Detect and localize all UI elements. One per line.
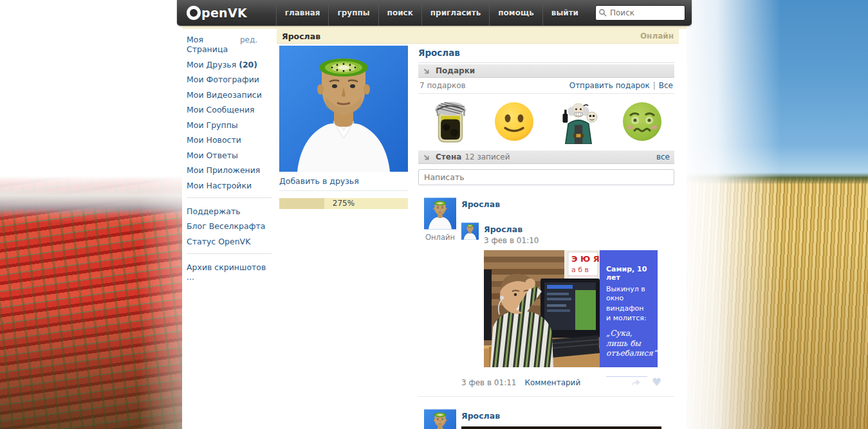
sidebar-item-groups[interactable]: Мои Группы bbox=[187, 120, 238, 130]
friends-count[interactable]: (20) bbox=[239, 60, 257, 69]
online-label: Онлайн bbox=[424, 233, 456, 242]
sidebar-item-answers[interactable]: Мои Ответы bbox=[187, 151, 238, 160]
gifts-title: Подарки bbox=[436, 66, 475, 75]
avatar[interactable] bbox=[424, 409, 456, 429]
online-status-badge: Онлайн bbox=[640, 32, 674, 41]
repost-author-link[interactable]: Ярослав bbox=[484, 224, 522, 234]
search-input[interactable] bbox=[595, 5, 685, 21]
nav-item-logout[interactable]: выйти bbox=[542, 0, 587, 26]
nav-item-search[interactable]: поиск bbox=[378, 0, 421, 26]
sidebar-item-archive[interactable]: Архив скриншотов ... bbox=[187, 262, 272, 282]
caption-line: виндафон bbox=[606, 304, 654, 313]
gift-slightly-smiling-face-icon[interactable] bbox=[491, 99, 537, 144]
sidebar-divider bbox=[187, 253, 272, 254]
profile-left-column: Добавить в друзья 275% bbox=[279, 46, 408, 429]
wall-composer bbox=[418, 169, 674, 185]
content-wrapper: Моя Страница ред. Мои Друзья (20) Мои Фо… bbox=[182, 26, 687, 429]
all-gifts-link[interactable]: Все bbox=[659, 81, 673, 90]
link-separator: | bbox=[653, 81, 656, 90]
send-gift-link[interactable]: Отправить подарок bbox=[569, 81, 650, 90]
caption-line: и молится: bbox=[606, 314, 654, 323]
logo-text: penVK bbox=[201, 6, 247, 20]
nav-item-groups[interactable]: группы bbox=[328, 0, 378, 26]
sidebar-item-blog[interactable]: Блог Веселкрафта bbox=[187, 221, 265, 231]
post-date-link[interactable]: 3 фев в 01:11 bbox=[461, 378, 516, 387]
wall-post-count: 12 записей bbox=[465, 152, 510, 161]
wall-all-link[interactable]: все bbox=[656, 152, 670, 161]
post-footer: 3 фев в 01:11 Комментарий ♥ bbox=[461, 377, 674, 388]
section-arrow-icon bbox=[423, 154, 430, 161]
sidebar-item-my-page[interactable]: Моя Страница bbox=[187, 35, 240, 54]
profile-right-column: Ярослав Подарки 7 подарков Отправить под… bbox=[418, 46, 674, 429]
sidebar-edit-link[interactable]: ред. bbox=[240, 35, 257, 44]
sidebar-item-status[interactable]: Статус OpenVK bbox=[187, 237, 250, 246]
sidebar: Моя Страница ред. Мои Друзья (20) Мои Фо… bbox=[187, 35, 272, 287]
post-author-link[interactable]: Ярослав bbox=[461, 199, 500, 209]
wall-composer-input[interactable] bbox=[418, 169, 674, 185]
page-title: Ярослав bbox=[282, 32, 320, 41]
gift-nauseated-face-icon[interactable] bbox=[619, 99, 665, 144]
logo-o-icon bbox=[187, 6, 201, 20]
sidebar-item-settings[interactable]: Мои Настройки bbox=[187, 181, 252, 190]
rating-value: 275% bbox=[279, 198, 408, 209]
sidebar-item-donate[interactable]: Поддержать bbox=[187, 206, 241, 216]
sidebar-divider bbox=[187, 197, 272, 198]
sidebar-item-messages[interactable]: Мои Сообщения bbox=[187, 105, 255, 114]
profile-name-heading: Ярослав bbox=[418, 46, 674, 63]
repost-block: Ярослав 3 фев в 01:10 bbox=[461, 223, 674, 367]
wheat-field-backdrop bbox=[674, 0, 868, 429]
main-column: Ярослав Онлайн Добавить в друзья 275% Яр… bbox=[273, 29, 682, 429]
avatar[interactable] bbox=[461, 223, 479, 240]
gift-pirate-with-skull-icon[interactable] bbox=[555, 99, 602, 144]
section-arrow-icon bbox=[423, 68, 430, 75]
nav-item-home[interactable]: главная bbox=[276, 0, 329, 26]
repost-date-link[interactable]: 3 фев в 01:10 bbox=[484, 236, 658, 245]
svg-text:а б в: а б в bbox=[571, 266, 589, 274]
photo-caption-panel: Самир, 10 лет Выкинул в окно виндафон и … bbox=[600, 250, 658, 367]
post-author-link[interactable]: Ярослав bbox=[461, 411, 500, 421]
wall-title: Стена bbox=[436, 152, 461, 161]
post-divider bbox=[418, 396, 674, 397]
sidebar-item-apps[interactable]: Мои Приложения bbox=[187, 165, 260, 175]
top-navbar: penVK главная группы поиск пригласить по… bbox=[177, 0, 692, 26]
sidebar-item-news[interactable]: Мои Новости bbox=[187, 135, 241, 145]
caption-line: Выкинул в окно bbox=[606, 285, 654, 303]
profile-photo[interactable] bbox=[279, 46, 408, 172]
svg-text:Э Ю Я: Э Ю Я bbox=[571, 254, 600, 264]
profile-header-bar: Ярослав Онлайн bbox=[277, 29, 679, 44]
boy-at-computer-photo: Э Ю Я а б в bbox=[484, 250, 600, 367]
rating-bar: 275% bbox=[279, 198, 408, 209]
caption-title: Самир, 10 лет bbox=[606, 265, 654, 282]
search-icon bbox=[598, 8, 607, 20]
openvk-profile-page: penVK главная группы поиск пригласить по… bbox=[0, 0, 868, 429]
post-photo-attachment[interactable]: Э Ю Я а б в bbox=[484, 250, 658, 367]
gift-jar-of-pickles-icon[interactable] bbox=[427, 99, 474, 144]
wall-post: Онлайн Ярослав Ярослав 3 фев в 01:10 bbox=[418, 197, 674, 388]
navbar-search bbox=[595, 5, 685, 21]
nav-item-invite[interactable]: пригласить bbox=[421, 0, 490, 26]
gifts-row bbox=[418, 94, 674, 149]
share-icon[interactable] bbox=[630, 378, 642, 387]
gifts-section-bar: Подарки bbox=[418, 64, 674, 78]
caption-quote: „Сука, лишь бы отъебалися“ bbox=[606, 329, 654, 359]
sidebar-item-friends[interactable]: Мои Друзья bbox=[187, 60, 236, 69]
sidebar-item-photos[interactable]: Мои Фотографии bbox=[187, 75, 259, 84]
wall-section-bar: Стена 12 записей все bbox=[418, 151, 674, 164]
gifts-count: 7 подарков bbox=[420, 81, 466, 90]
navbar-menu: главная группы поиск пригласить помощь в… bbox=[276, 0, 587, 26]
nav-item-help[interactable]: помощь bbox=[489, 0, 542, 26]
dark-portrait-photo[interactable] bbox=[461, 426, 661, 429]
like-heart-icon[interactable]: ♥ bbox=[652, 377, 661, 388]
wall-post: Онлайн Ярослав bbox=[418, 409, 674, 429]
sidebar-item-videos[interactable]: Мои Видеозаписи bbox=[187, 90, 262, 100]
gifts-meta-row: 7 подарков Отправить подарок|Все bbox=[418, 78, 674, 94]
avatar[interactable] bbox=[424, 197, 456, 230]
comment-link[interactable]: Комментарий bbox=[524, 378, 580, 387]
openvk-logo[interactable]: penVK bbox=[187, 6, 247, 20]
add-friend-link[interactable]: Добавить в друзья bbox=[279, 176, 408, 191]
